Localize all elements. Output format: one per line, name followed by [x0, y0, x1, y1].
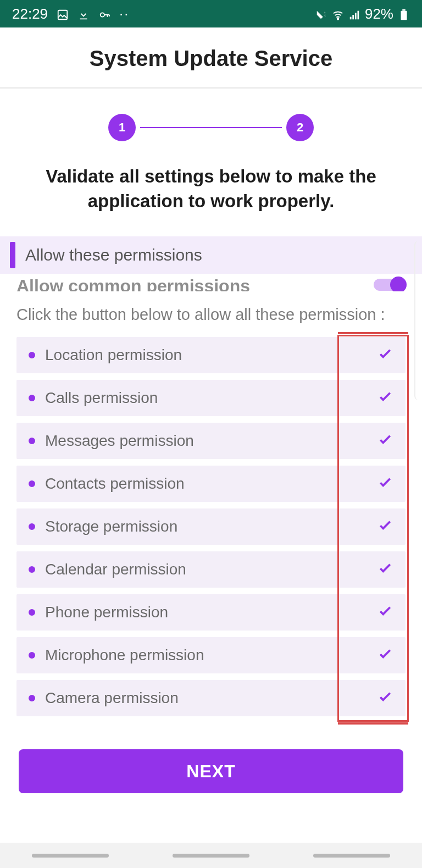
next-button[interactable]: NEXT [19, 749, 403, 793]
perm-contacts[interactable]: Contacts permission [16, 466, 406, 502]
step-2: 2 [286, 114, 314, 141]
perm-calendar[interactable]: Calendar permission [16, 551, 406, 588]
perm-label: Storage permission [45, 518, 377, 535]
allow-common-permissions-row[interactable]: Allow common permissions [0, 265, 422, 291]
perm-label: Calls permission [45, 389, 377, 407]
bullet-icon [29, 652, 35, 659]
battery-icon [398, 8, 410, 20]
perm-messages[interactable]: Messages permission [16, 423, 406, 459]
allow-common-label: Allow common permissions [16, 276, 250, 292]
step-1: 1 [108, 114, 136, 141]
more-icon: ·· [119, 5, 129, 23]
perm-label: Phone permission [45, 604, 377, 621]
check-icon [377, 602, 393, 623]
perm-microphone[interactable]: Microphone permission [16, 637, 406, 673]
perm-phone[interactable]: Phone permission [16, 594, 406, 631]
perm-label: Location permission [45, 346, 377, 364]
step-1-label: 1 [119, 120, 125, 135]
bullet-icon [29, 609, 35, 616]
permission-list-wrap: Location permission Calls permission Mes… [0, 337, 422, 716]
wifi-icon [332, 8, 344, 20]
svg-rect-5 [355, 13, 357, 19]
perm-location[interactable]: Location permission [16, 337, 406, 373]
status-bar: 22:29 ·· 92% [0, 0, 422, 27]
check-icon [377, 517, 393, 537]
perm-label: Contacts permission [45, 475, 377, 493]
perm-label: Camera permission [45, 689, 377, 707]
check-icon [377, 431, 393, 451]
svg-rect-7 [401, 11, 407, 20]
key-icon [98, 8, 110, 20]
check-icon [377, 688, 393, 709]
svg-rect-3 [350, 17, 352, 20]
svg-rect-6 [357, 11, 359, 20]
perm-camera[interactable]: Camera permission [16, 680, 406, 716]
perm-label: Messages permission [45, 432, 377, 450]
bullet-icon [29, 352, 35, 358]
svg-point-2 [337, 18, 339, 20]
allow-common-toggle[interactable] [374, 277, 406, 291]
bullet-icon [29, 480, 35, 487]
svg-rect-0 [58, 10, 68, 20]
vibrate-icon [315, 8, 327, 20]
check-icon [377, 560, 393, 580]
bullet-icon [29, 695, 35, 701]
bullet-icon [29, 395, 35, 401]
section-tab-label: Allow these permissions [25, 246, 202, 264]
nav-recent[interactable] [32, 854, 109, 858]
step-indicator: 1 2 [0, 89, 422, 164]
check-icon [377, 645, 393, 666]
battery-percent: 92% [365, 5, 393, 23]
image-icon [57, 8, 69, 20]
instruction-text: Validate all settings below to make the … [0, 164, 422, 236]
svg-point-1 [101, 13, 104, 16]
bullet-icon [29, 566, 35, 573]
side-handle[interactable] [414, 241, 422, 400]
status-right: 92% [315, 5, 410, 23]
check-icon [377, 474, 393, 494]
perm-storage[interactable]: Storage permission [16, 508, 406, 545]
system-nav-bar [0, 843, 422, 868]
signal-icon [348, 8, 360, 20]
nav-home[interactable] [173, 854, 249, 858]
perm-label: Microphone permission [45, 646, 377, 664]
permission-list: Location permission Calls permission Mes… [16, 337, 406, 716]
nav-back[interactable] [313, 854, 390, 858]
check-icon [377, 388, 393, 408]
svg-rect-4 [352, 15, 354, 19]
active-tab-marker [10, 242, 15, 268]
app-header: System Update Service [0, 27, 422, 89]
bullet-icon [29, 438, 35, 444]
page-title: System Update Service [0, 46, 422, 71]
status-left: 22:29 ·· [12, 5, 130, 23]
perm-calls[interactable]: Calls permission [16, 380, 406, 416]
download-icon [77, 8, 90, 20]
footer-actions: NEXT [0, 716, 422, 810]
step-2-label: 2 [297, 120, 303, 135]
svg-rect-8 [402, 9, 406, 11]
check-icon [377, 345, 393, 366]
clock: 22:29 [12, 5, 48, 23]
perm-label: Calendar permission [45, 561, 377, 578]
hint-text: Click the button below to allow all thes… [0, 291, 422, 337]
step-connector [140, 127, 282, 128]
bullet-icon [29, 523, 35, 530]
